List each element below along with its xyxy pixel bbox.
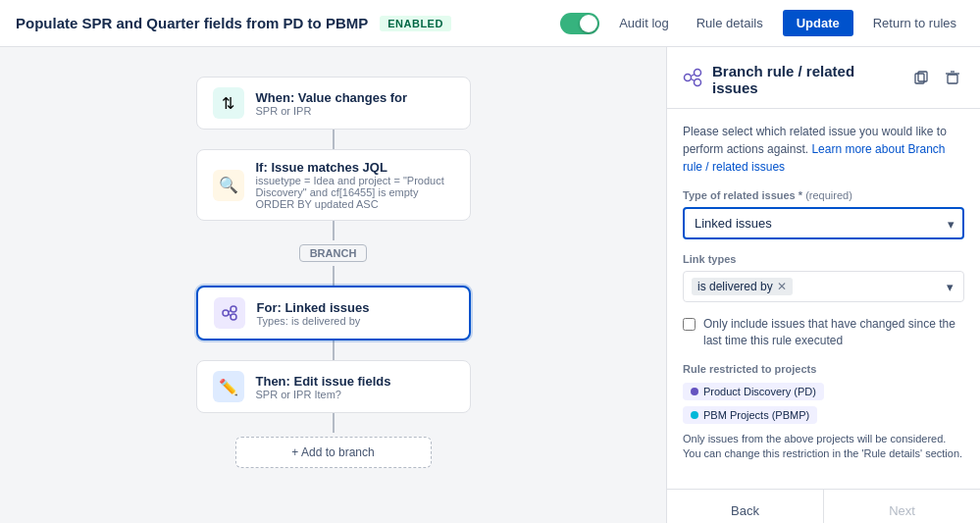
project-dot-teal: [691, 411, 698, 419]
project-tag-pd: Product Discovery (PD): [683, 383, 824, 400]
panel-title: Branch rule / related issues: [712, 63, 900, 96]
edit-title: Then: Edit issue fields: [256, 374, 391, 389]
connector-3: [333, 266, 335, 286]
type-label: Type of related issues * (required): [683, 189, 964, 201]
condition-sub: issuetype = Idea and project = "Product …: [256, 175, 454, 210]
enable-toggle[interactable]: [560, 13, 599, 34]
type-select[interactable]: Linked issues Epic Subtask Parent: [683, 207, 964, 239]
checkbox-row: Only include issues that have changed si…: [683, 316, 964, 349]
audit-log-button[interactable]: Audit log: [611, 12, 677, 34]
link-type-tag: is delivered by ✕: [692, 278, 793, 295]
next-button[interactable]: Next: [824, 490, 980, 523]
project-tags: Product Discovery (PD) PBM Projects (PBM…: [683, 383, 964, 424]
link-types-select[interactable]: is delivered by ✕: [683, 271, 964, 302]
edit-sub: SPR or IPR Item?: [256, 389, 391, 400]
panel-footer: Back Next: [667, 489, 980, 523]
connector-2: [333, 221, 335, 240]
trigger-sub: SPR or IPR: [256, 105, 408, 117]
changed-checkbox[interactable]: [683, 318, 696, 331]
branch-label: BRANCH: [299, 244, 368, 262]
delete-button[interactable]: [941, 68, 964, 91]
page-title: Populate SPR and Quarter fields from PD …: [16, 15, 368, 31]
panel-header-icon: [683, 68, 702, 92]
restricted-section: Rule restricted to projects Product Disc…: [683, 363, 964, 462]
add-to-branch-button[interactable]: + Add to branch: [235, 437, 432, 468]
trigger-node[interactable]: ⇅ When: Value changes for SPR or IPR: [196, 77, 471, 130]
svg-line-8: [692, 74, 696, 76]
svg-point-1: [231, 306, 236, 312]
svg-point-2: [231, 314, 236, 320]
condition-node[interactable]: 🔍 If: Issue matches JQL issuetype = Idea…: [196, 149, 471, 221]
svg-line-4: [229, 314, 232, 316]
svg-line-3: [229, 310, 232, 312]
edit-node[interactable]: ✏️ Then: Edit issue fields SPR or IPR It…: [196, 360, 471, 413]
panel-body: Please select which related issue you wo…: [667, 109, 980, 489]
connector-4: [333, 340, 335, 360]
tag-close-button[interactable]: ✕: [777, 280, 787, 293]
required-indicator: (required): [805, 189, 852, 201]
condition-icon: 🔍: [213, 170, 244, 201]
restricted-label: Rule restricted to projects: [683, 363, 964, 375]
svg-rect-12: [948, 75, 957, 83]
back-button[interactable]: Back: [667, 490, 824, 523]
for-linked-title: For: Linked issues: [257, 300, 370, 315]
flow-container: ⇅ When: Value changes for SPR or IPR 🔍 I…: [196, 77, 471, 468]
connector-1: [333, 130, 335, 149]
connector-5: [333, 413, 335, 433]
for-linked-node[interactable]: For: Linked issues Types: is delivered b…: [196, 286, 471, 340]
update-button[interactable]: Update: [783, 10, 853, 36]
panel-actions: [909, 68, 964, 91]
right-panel: Branch rule / related issues Please sele…: [666, 47, 980, 523]
type-form-group: Type of related issues * (required) Link…: [683, 189, 964, 239]
checkbox-label: Only include issues that have changed si…: [703, 316, 964, 349]
project-dot-purple: [691, 388, 698, 395]
workflow-canvas: ⇅ When: Value changes for SPR or IPR 🔍 I…: [0, 47, 666, 523]
rule-details-button[interactable]: Rule details: [689, 12, 771, 34]
enabled-badge: ENABLED: [380, 16, 451, 31]
condition-title: If: Issue matches JQL: [256, 160, 454, 175]
trigger-icon: ⇅: [213, 87, 244, 119]
link-types-label: Link types: [683, 253, 964, 265]
panel-header: Branch rule / related issues: [667, 47, 980, 109]
svg-point-5: [685, 74, 692, 80]
type-select-wrapper: Linked issues Epic Subtask Parent: [683, 207, 964, 239]
linked-icon: [214, 297, 245, 329]
return-to-rules-button[interactable]: Return to rules: [865, 12, 964, 34]
edit-icon: ✏️: [213, 371, 244, 402]
project-tag-pbmp: PBM Projects (PBMP): [683, 406, 817, 424]
trigger-title: When: Value changes for: [256, 90, 408, 105]
main-layout: ⇅ When: Value changes for SPR or IPR 🔍 I…: [0, 47, 980, 523]
svg-point-0: [223, 310, 229, 316]
header: Populate SPR and Quarter fields from PD …: [0, 0, 980, 47]
link-types-form-group: Link types is delivered by ✕: [683, 253, 964, 302]
svg-point-7: [695, 78, 701, 85]
svg-point-6: [695, 69, 701, 76]
restricted-desc: Only issues from the above projects will…: [683, 432, 964, 462]
copy-button[interactable]: [909, 68, 933, 91]
svg-line-9: [692, 78, 696, 80]
for-linked-sub: Types: is delivered by: [257, 315, 370, 327]
panel-description: Please select which related issue you wo…: [683, 123, 964, 176]
